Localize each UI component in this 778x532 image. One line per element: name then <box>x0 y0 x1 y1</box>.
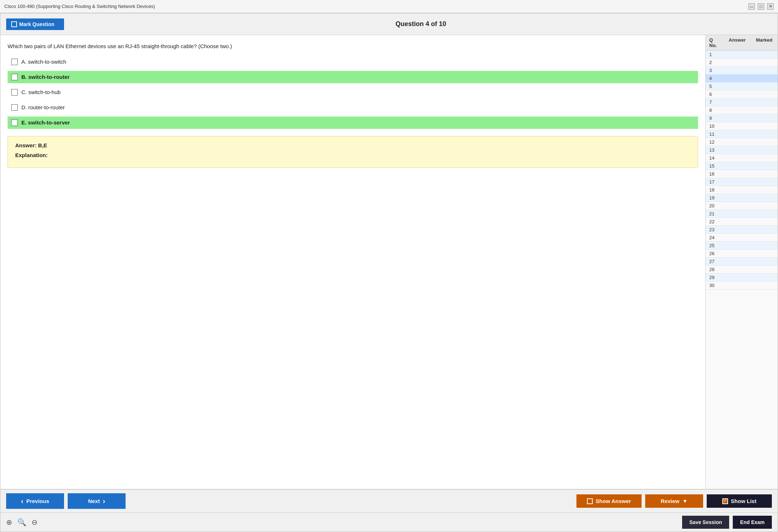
option-d[interactable]: D. router-to-router <box>8 101 698 114</box>
sidebar-row-marked <box>751 253 778 254</box>
sidebar-row-answer <box>724 277 751 278</box>
sidebar-row[interactable]: 6 <box>706 90 778 98</box>
sidebar-row[interactable]: 12 <box>706 138 778 146</box>
sidebar-row-answer <box>724 94 751 95</box>
option-b[interactable]: B. switch-to-router <box>8 71 698 83</box>
sidebar-row-marked <box>751 245 778 246</box>
minimize-button[interactable]: — <box>748 3 755 10</box>
sidebar-row-answer <box>724 245 751 246</box>
sidebar-row[interactable]: 21 <box>706 210 778 218</box>
sidebar-row-answer <box>724 181 751 183</box>
sidebar-row-num: 13 <box>706 147 724 153</box>
zoom-in-button[interactable]: ⊕ <box>6 518 12 527</box>
end-exam-button[interactable]: End Exam <box>733 516 772 529</box>
option-a-checkbox <box>11 59 18 65</box>
sidebar-row[interactable]: 27 <box>706 258 778 266</box>
sidebar-row[interactable]: 25 <box>706 242 778 250</box>
sidebar-row-answer <box>724 197 751 199</box>
main-window: Mark Question Question 4 of 10 Which two… <box>0 13 778 532</box>
sidebar-header: Q No. Answer Marked <box>706 35 778 51</box>
option-a[interactable]: A. switch-to-switch <box>8 56 698 68</box>
sidebar-list[interactable]: 1 2 3 4 5 6 7 8 <box>706 51 778 489</box>
option-c-label: C. switch-to-hub <box>21 89 60 95</box>
sidebar-row[interactable]: 30 <box>706 282 778 290</box>
sidebar-row-num: 11 <box>706 131 724 138</box>
answer-box: Answer: B,E Explanation: <box>8 136 698 168</box>
sidebar-row[interactable]: 3 <box>706 67 778 75</box>
save-session-button[interactable]: Save Session <box>682 516 729 529</box>
sidebar-row-num: 6 <box>706 91 724 98</box>
show-answer-button[interactable]: Show Answer <box>576 494 642 508</box>
sidebar-row[interactable]: 28 <box>706 266 778 274</box>
sidebar-row-marked <box>751 54 778 55</box>
sidebar-row[interactable]: 17 <box>706 178 778 186</box>
sidebar-row-num: 10 <box>706 123 724 130</box>
sidebar-row-marked <box>751 126 778 127</box>
option-b-checkbox <box>11 74 18 80</box>
sidebar-row-num: 3 <box>706 67 724 74</box>
app-title: Cisco 100-490 (Supporting Cisco Routing … <box>4 4 155 9</box>
sidebar-row[interactable]: 22 <box>706 218 778 226</box>
sidebar-row[interactable]: 15 <box>706 162 778 170</box>
sidebar-row[interactable]: 23 <box>706 226 778 234</box>
sidebar-row-marked <box>751 157 778 159</box>
sidebar-row-answer <box>724 157 751 159</box>
mark-question-button[interactable]: Mark Question <box>6 18 64 30</box>
sidebar-row[interactable]: 14 <box>706 154 778 162</box>
sidebar-col-marked: Marked <box>751 35 778 50</box>
next-button[interactable]: Next <box>68 493 126 509</box>
sidebar-row[interactable]: 18 <box>706 186 778 194</box>
sidebar-row[interactable]: 19 <box>706 194 778 202</box>
sidebar-row[interactable]: 20 <box>706 202 778 210</box>
option-d-checkbox <box>11 104 18 111</box>
sidebar-row-marked <box>751 221 778 223</box>
sidebar-row[interactable]: 2 <box>706 59 778 67</box>
sidebar-row[interactable]: 10 <box>706 122 778 130</box>
review-button[interactable]: Review ▼ <box>645 494 703 508</box>
zoom-reset-button[interactable]: 🔍 <box>17 518 26 527</box>
show-list-check-icon <box>722 498 728 504</box>
end-exam-label: End Exam <box>740 519 765 525</box>
option-c[interactable]: C. switch-to-hub <box>8 86 698 98</box>
sidebar-row[interactable]: 26 <box>706 250 778 258</box>
sidebar-row[interactable]: 1 <box>706 51 778 59</box>
question-title: Question 4 of 10 <box>70 20 772 28</box>
sidebar-row[interactable]: 24 <box>706 234 778 242</box>
sidebar-row[interactable]: 11 <box>706 130 778 138</box>
sidebar-row[interactable]: 8 <box>706 106 778 114</box>
sidebar-row-num: 4 <box>706 75 724 82</box>
sidebar-row-num: 9 <box>706 115 724 122</box>
sidebar-row-answer <box>724 237 751 238</box>
show-list-button[interactable]: Show List <box>707 494 772 508</box>
sidebar-row-answer <box>724 78 751 79</box>
sidebar-row-marked <box>751 261 778 262</box>
sidebar-row[interactable]: 9 <box>706 114 778 122</box>
option-e[interactable]: E. switch-to-server <box>8 117 698 129</box>
close-button[interactable]: ✕ <box>767 3 774 10</box>
previous-button[interactable]: Previous <box>6 493 64 509</box>
question-area: Which two pairs of LAN Ethernet devices … <box>0 35 705 489</box>
sidebar-row-num: 21 <box>706 210 724 217</box>
sidebar-row-marked <box>751 110 778 111</box>
sidebar-row[interactable]: 4 <box>706 75 778 83</box>
sidebar-row-marked <box>751 173 778 175</box>
zoom-icons: ⊕ 🔍 ⊖ <box>6 518 38 527</box>
sidebar-row[interactable]: 13 <box>706 146 778 154</box>
content-wrapper: Which two pairs of LAN Ethernet devices … <box>0 35 778 489</box>
sidebar-row[interactable]: 16 <box>706 170 778 178</box>
sidebar-row-answer <box>724 70 751 71</box>
sidebar-row-marked <box>751 118 778 119</box>
sidebar-row-answer <box>724 142 751 143</box>
sidebar-row[interactable]: 7 <box>706 98 778 106</box>
sidebar-row-marked <box>751 277 778 278</box>
sidebar-row[interactable]: 5 <box>706 83 778 90</box>
maximize-button[interactable]: □ <box>758 3 764 10</box>
sidebar-row[interactable]: 29 <box>706 274 778 282</box>
sidebar-row-num: 29 <box>706 274 724 281</box>
sidebar-row-marked <box>751 149 778 151</box>
sidebar-row-num: 15 <box>706 162 724 169</box>
option-c-checkbox <box>11 89 18 96</box>
zoom-out-button[interactable]: ⊖ <box>31 518 38 527</box>
answer-options: A. switch-to-switch B. switch-to-router … <box>8 56 698 129</box>
sidebar-row-num: 16 <box>706 170 724 177</box>
